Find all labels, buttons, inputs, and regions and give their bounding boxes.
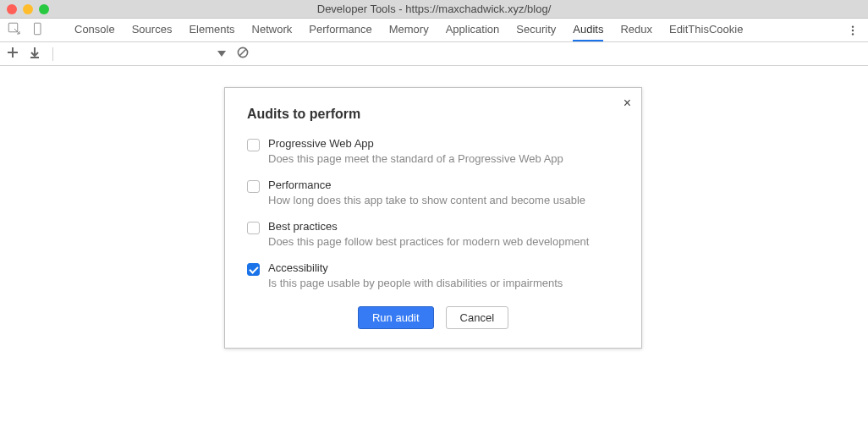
window-minimize-button[interactable] <box>23 4 33 14</box>
device-toggle-icon[interactable] <box>30 21 46 39</box>
audit-text: PerformanceHow long does this app take t… <box>268 179 585 206</box>
window-maximize-button[interactable] <box>39 4 49 14</box>
cancel-button[interactable]: Cancel <box>446 306 508 329</box>
svg-rect-1 <box>35 23 41 35</box>
tab-elements[interactable]: Elements <box>189 19 234 41</box>
window-title: Developer Tools - https://maxchadwick.xy… <box>0 3 868 15</box>
toolbar-separator <box>52 47 53 61</box>
new-audit-icon[interactable] <box>7 47 19 62</box>
audit-description: Does this page meet the standard of a Pr… <box>268 152 563 165</box>
audit-checkbox[interactable] <box>247 139 260 151</box>
audit-checkbox[interactable] <box>247 222 260 234</box>
audit-label: Progressive Web App <box>268 137 563 150</box>
tab-redux[interactable]: Redux <box>620 19 652 41</box>
tab-editthiscookie[interactable]: EditThisCookie <box>669 19 743 41</box>
tab-sources[interactable]: Sources <box>132 19 173 41</box>
tab-memory[interactable]: Memory <box>389 19 429 41</box>
audit-item-progressive-web-app: Progressive Web AppDoes this page meet t… <box>247 137 619 165</box>
audit-item-performance: PerformanceHow long does this app take t… <box>247 179 619 206</box>
audit-checkbox[interactable] <box>247 263 260 276</box>
dropdown-caret-icon[interactable] <box>217 51 226 57</box>
dialog-title: Audits to perform <box>247 107 619 122</box>
download-icon[interactable] <box>29 47 41 61</box>
more-options-icon[interactable] <box>844 22 861 39</box>
element-picker-icon[interactable] <box>7 21 22 39</box>
svg-point-2 <box>852 25 854 27</box>
devtools-tab-strip: ConsoleSourcesElementsNetworkPerformance… <box>0 19 868 42</box>
audit-checkbox[interactable] <box>247 180 260 193</box>
svg-point-4 <box>852 33 854 35</box>
svg-line-10 <box>239 49 246 56</box>
clear-icon[interactable] <box>236 46 250 62</box>
audits-dialog: × Audits to perform Progressive Web AppD… <box>224 87 642 349</box>
audit-text: Progressive Web AppDoes this page meet t… <box>268 137 563 165</box>
audit-list: Progressive Web AppDoes this page meet t… <box>247 137 619 289</box>
svg-point-3 <box>852 29 854 30</box>
tabs-container: ConsoleSourcesElementsNetworkPerformance… <box>74 19 743 41</box>
audit-item-accessibility: AccessibilityIs this page usable by peop… <box>247 261 619 289</box>
tab-performance[interactable]: Performance <box>309 19 371 41</box>
window-close-button[interactable] <box>7 4 17 14</box>
tab-security[interactable]: Security <box>516 19 556 41</box>
tab-network[interactable]: Network <box>252 19 293 41</box>
tab-application[interactable]: Application <box>446 19 500 41</box>
secondary-toolbar <box>0 42 868 66</box>
audit-text: Best practicesDoes this page follow best… <box>268 220 589 248</box>
audit-text: AccessibilityIs this page usable by peop… <box>268 261 563 289</box>
dialog-close-button[interactable]: × <box>624 96 631 110</box>
toolbar-left-icons <box>7 21 54 39</box>
tab-console[interactable]: Console <box>74 19 115 41</box>
audit-description: How long does this app take to show cont… <box>268 194 585 206</box>
tab-audits[interactable]: Audits <box>573 19 603 41</box>
audit-description: Is this page usable by people with disab… <box>268 277 563 289</box>
audit-label: Best practices <box>268 220 589 233</box>
dialog-button-row: Run audit Cancel <box>247 306 619 329</box>
window-title-bar: Developer Tools - https://maxchadwick.xy… <box>0 0 868 19</box>
window-traffic-lights <box>7 4 49 14</box>
audit-label: Performance <box>268 179 585 191</box>
audit-label: Accessibility <box>268 261 563 274</box>
audit-description: Does this page follow best practices for… <box>268 235 589 248</box>
run-audit-button[interactable]: Run audit <box>358 306 434 329</box>
audit-item-best-practices: Best practicesDoes this page follow best… <box>247 220 619 248</box>
